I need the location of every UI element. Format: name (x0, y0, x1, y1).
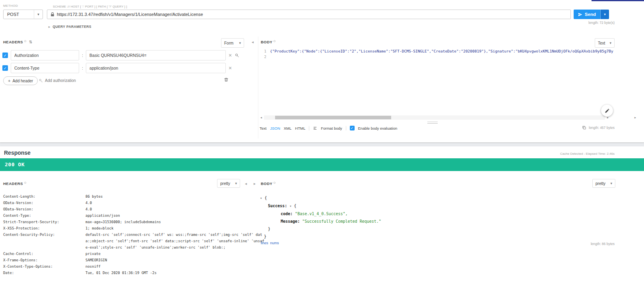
chevron-down-icon: ▾ (609, 41, 611, 45)
mode-html[interactable]: HTML (295, 126, 305, 130)
sort-icon[interactable]: ⇅ (29, 40, 33, 44)
collapse-left-icon[interactable]: ◂ (245, 181, 247, 186)
chevron-down-icon: ▾ (610, 181, 612, 185)
json-brace: { (264, 194, 267, 202)
json-row: Message: "Successfully Completed Request… (260, 218, 381, 225)
body-editor[interactable]: 1 2 {"ProductKey":{"Node":{"LicenseID":"… (259, 48, 614, 114)
plus-icon: + (8, 78, 10, 83)
headers-view-dropdown[interactable]: Form ▾ (221, 38, 244, 48)
response-header-row: X-Content-Type-Options:nosniff (3, 263, 265, 270)
response-body-length: length: 86 bytes (557, 242, 615, 246)
auth-key-icon[interactable] (235, 53, 239, 58)
json-key: code: (281, 210, 293, 218)
response-header-row: Content-Type:application/json (3, 212, 265, 219)
header-name: OData-Version: (3, 200, 85, 206)
enable-eval-label: Enable body evaluation (358, 126, 398, 130)
nums-link[interactable]: nums (270, 241, 279, 245)
add-header-button[interactable]: + Add header (3, 76, 38, 85)
edit-body-button[interactable] (601, 105, 613, 117)
response-header-row: OData-Version:4.0 (3, 200, 265, 206)
json-key: Message: (281, 218, 300, 225)
remove-header-button[interactable]: × (229, 53, 232, 58)
chevron-down-icon: ▾ (604, 12, 606, 16)
header-name-input[interactable] (11, 63, 79, 73)
url-input[interactable] (57, 10, 567, 19)
header-value: max-age=31536000; includeSubdomains (85, 219, 265, 225)
copy-icon[interactable] (582, 125, 586, 130)
mode-json[interactable]: JSON (270, 126, 280, 130)
header-value: Tue, 01 Dec 2020 01:36:19 GMT -2s (85, 270, 265, 276)
check-icon: ✓ (4, 53, 7, 58)
resize-handle[interactable] (427, 122, 438, 124)
json-row: Success: ▾ { (260, 202, 381, 210)
request-body-title: BODY (261, 40, 275, 44)
url-scheme-label: SCHEME :// HOST [ ':' PORT ] [ PATH [ '?… (53, 5, 127, 8)
header-value: private (85, 251, 265, 257)
collapse-panel-icon[interactable]: ◂ (252, 40, 254, 44)
chevron-down-icon: ▾ (235, 181, 237, 185)
delete-headers-icon[interactable] (224, 77, 229, 82)
scroll-left-icon[interactable]: ◂ (259, 116, 263, 119)
send-label: Send (585, 12, 596, 17)
header-value: 86 bytes (85, 193, 265, 200)
header-name-input[interactable] (11, 50, 79, 60)
panel-scroll-right-icon[interactable]: ▸ (634, 116, 636, 119)
headers-view-value: Form (224, 41, 233, 45)
header-enabled-checkbox[interactable]: ✓ (2, 53, 8, 58)
toolbar-separator (309, 126, 309, 130)
header-name: Content-Security-Policy: (3, 231, 85, 251)
rest-client-app: METHOD POST ▾ SCHEME :// HOST [ ':' PORT… (0, 0, 644, 284)
mode-text[interactable]: Text (260, 126, 266, 130)
add-auth-label: Add authorization (45, 78, 76, 83)
header-value-input[interactable] (86, 50, 226, 60)
body-length-group: length: 457 bytes (564, 125, 615, 130)
header-row: ✓ : × (2, 63, 232, 73)
query-parameters-toggle[interactable]: ▸ QUERY PARAMETERS (48, 25, 91, 29)
format-body-button[interactable]: Format body (321, 126, 342, 130)
line-number: 1 (259, 49, 266, 54)
body-title-text: BODY (261, 40, 272, 44)
collapse-toggle-icon[interactable]: ▾ (289, 202, 291, 210)
body-view-dropdown[interactable]: Text ▾ (595, 38, 615, 48)
top-accent-bar (592, 0, 644, 1)
response-headers-list: Content-Length:86 bytes OData-Version:4.… (3, 193, 265, 276)
check-icon: ✓ (351, 126, 354, 130)
header-value: 4.0 (85, 200, 265, 206)
remove-header-button[interactable]: × (229, 65, 232, 71)
response-header-row: X-XSS-Protection:1; mode=block (3, 225, 265, 231)
collapse-toggle-icon[interactable]: ▾ (260, 195, 262, 202)
header-row: ✓ : × (2, 50, 239, 60)
scrollbar-thumb[interactable] (275, 116, 391, 119)
body-toolbar: Text JSON XML HTML Format body ✓ Enable … (260, 126, 397, 130)
response-headers-title: HEADERS (3, 181, 26, 186)
scrollbar-track[interactable] (264, 115, 605, 120)
header-value-input[interactable] (86, 63, 226, 73)
editor-hscrollbar[interactable]: ◂ ▸ (259, 115, 610, 120)
body-title-text: BODY (261, 181, 272, 186)
lines-link[interactable]: lines (261, 241, 268, 245)
send-button[interactable]: Send (574, 10, 600, 19)
body-view-value: pretty (596, 181, 605, 186)
collapse-right-icon[interactable]: ▸ (254, 181, 256, 186)
send-options-button[interactable]: ▾ (600, 10, 609, 19)
chevron-down-icon[interactable]: ▾ (34, 10, 43, 19)
response-headers-view-dropdown[interactable]: pretty ▾ (217, 179, 240, 188)
json-key: Success: (268, 202, 287, 210)
response-body-json: ▾ { Success: ▾ { code: "Base.v1_4_0.Succ… (260, 194, 381, 240)
header-name: X-Frame-Options: (3, 257, 85, 263)
response-body-links: lines nums (261, 241, 279, 245)
mode-xml[interactable]: XML (284, 126, 292, 130)
response-body-view-dropdown[interactable]: pretty ▾ (592, 179, 615, 188)
url-length-text: length: 72 byte(s) (557, 21, 615, 25)
url-input-box (47, 10, 571, 19)
chevron-right-icon: ▸ (48, 25, 50, 29)
send-icon (578, 12, 582, 17)
header-enabled-checkbox[interactable]: ✓ (2, 65, 8, 71)
json-row: } (260, 233, 381, 240)
method-select[interactable]: POST ▾ (3, 10, 43, 19)
add-authorization-link[interactable]: Add authorization (39, 78, 76, 83)
help-icon (274, 182, 275, 184)
body-content[interactable]: {"ProductKey":{"Node":{"LicenseID":"2","… (270, 49, 613, 54)
enable-eval-checkbox[interactable]: ✓ (350, 126, 355, 130)
header-name: Content-Length: (3, 193, 85, 200)
